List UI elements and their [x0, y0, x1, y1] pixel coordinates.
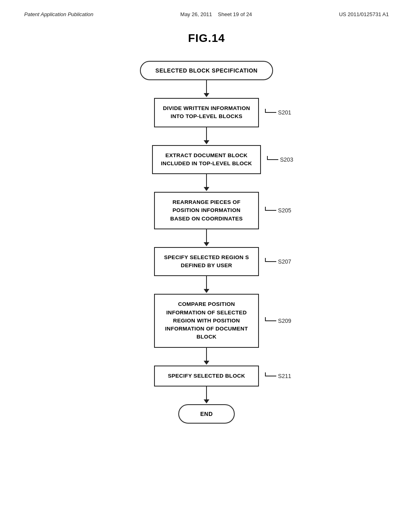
- node-start: SELECTED BLOCK SPECIFICATION: [140, 61, 273, 80]
- node-s209: COMPARE POSITIONINFORMATION OF SELECTEDR…: [154, 294, 259, 347]
- header-publication-label: Patent Application Publication: [24, 11, 94, 17]
- s205-label: S205: [265, 207, 291, 214]
- s205-hook: [265, 210, 276, 211]
- s209-hook: [265, 320, 276, 321]
- s201-hook: [265, 112, 276, 113]
- node-s201: DIVIDE WRITTEN INFORMATIONINTO TOP-LEVEL…: [154, 98, 259, 127]
- arrow-6: [204, 348, 209, 366]
- figure-title: FIG.14: [0, 32, 413, 45]
- s211-hook: [265, 376, 276, 376]
- end-node: END: [178, 404, 235, 424]
- s203-hook: [267, 159, 278, 160]
- arrow-4: [204, 229, 209, 247]
- arrow-2: [204, 127, 209, 145]
- s209-label: S209: [265, 318, 291, 324]
- arrow-1: [204, 80, 209, 98]
- s211-box: SPECIFY SELECTED BLOCK: [154, 366, 259, 387]
- header-date-sheet: May 26, 2011 Sheet 19 of 24: [180, 11, 252, 17]
- s207-label: S207: [265, 258, 291, 265]
- node-end: END: [178, 404, 235, 424]
- node-s211: SPECIFY SELECTED BLOCK S211: [154, 366, 259, 387]
- header-sheet: Sheet 19 of 24: [218, 11, 252, 17]
- page-header: Patent Application Publication May 26, 2…: [0, 0, 413, 17]
- arrow-7: [204, 387, 209, 404]
- node-s205: REARRANGE PIECES OFPOSITION INFORMATIONB…: [154, 192, 259, 229]
- s207-hook: [265, 261, 276, 262]
- header-date: May 26, 2011: [180, 11, 212, 17]
- s203-label: S203: [267, 156, 293, 163]
- node-s207: SPECIFY SELECTED REGION SDEFINED BY USER…: [154, 247, 259, 276]
- start-node: SELECTED BLOCK SPECIFICATION: [140, 61, 273, 80]
- s211-label: S211: [265, 373, 291, 379]
- s209-box: COMPARE POSITIONINFORMATION OF SELECTEDR…: [154, 294, 259, 347]
- s201-box: DIVIDE WRITTEN INFORMATIONINTO TOP-LEVEL…: [154, 98, 259, 127]
- s205-box: REARRANGE PIECES OFPOSITION INFORMATIONB…: [154, 192, 259, 229]
- arrow-3: [204, 174, 209, 192]
- s203-box: EXTRACT DOCUMENT BLOCKINCLUDED IN TOP-LE…: [152, 145, 261, 175]
- s207-box: SPECIFY SELECTED REGION SDEFINED BY USER: [154, 247, 259, 276]
- flowchart: SELECTED BLOCK SPECIFICATION DIVIDE WRIT…: [0, 61, 413, 424]
- arrow-5: [204, 276, 209, 294]
- header-patent-number: US 2011/0125731 A1: [339, 11, 389, 17]
- s201-label: S201: [265, 109, 291, 116]
- node-s203: EXTRACT DOCUMENT BLOCKINCLUDED IN TOP-LE…: [152, 145, 261, 175]
